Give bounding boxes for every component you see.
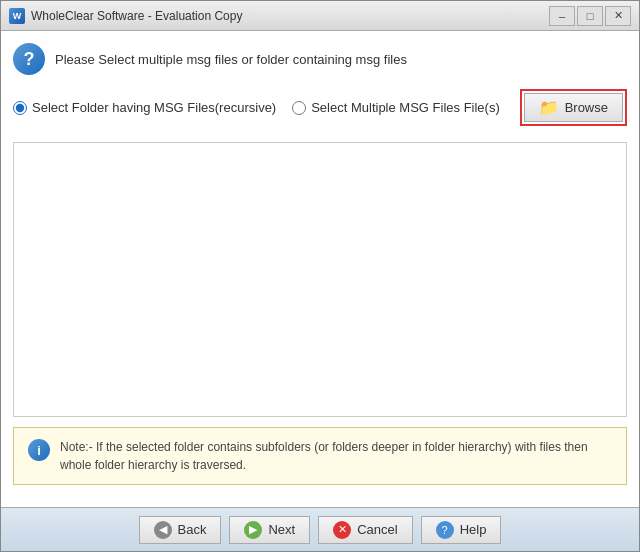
back-button[interactable]: ◀ Back bbox=[139, 516, 222, 544]
radio-files-option[interactable]: Select Multiple MSG Files File(s) bbox=[292, 100, 500, 115]
help-icon: ? bbox=[436, 521, 454, 539]
cancel-label: Cancel bbox=[357, 522, 397, 537]
help-button[interactable]: ? Help bbox=[421, 516, 502, 544]
title-bar-left: W WholeClear Software - Evaluation Copy bbox=[9, 8, 242, 24]
maximize-button[interactable]: □ bbox=[577, 6, 603, 26]
window-controls: – □ ✕ bbox=[549, 6, 631, 26]
header-section: ? Please Select multiple msg files or fo… bbox=[13, 43, 627, 75]
minimize-button[interactable]: – bbox=[549, 6, 575, 26]
radio-files-label: Select Multiple MSG Files File(s) bbox=[311, 100, 500, 115]
cancel-icon: ✕ bbox=[333, 521, 351, 539]
folder-icon: 📁 bbox=[539, 98, 559, 117]
close-button[interactable]: ✕ bbox=[605, 6, 631, 26]
browse-label: Browse bbox=[565, 100, 608, 115]
help-label: Help bbox=[460, 522, 487, 537]
main-window: W WholeClear Software - Evaluation Copy … bbox=[0, 0, 640, 552]
back-label: Back bbox=[178, 522, 207, 537]
cancel-button[interactable]: ✕ Cancel bbox=[318, 516, 412, 544]
app-icon: W bbox=[9, 8, 25, 24]
next-icon: ▶ bbox=[244, 521, 262, 539]
note-text: Note:- If the selected folder contains s… bbox=[60, 438, 612, 474]
title-bar: W WholeClear Software - Evaluation Copy … bbox=[1, 1, 639, 31]
options-bar: Select Folder having MSG Files(recursive… bbox=[13, 89, 627, 134]
note-icon: i bbox=[28, 439, 50, 461]
header-icon: ? bbox=[13, 43, 45, 75]
content-area: ? Please Select multiple msg files or fo… bbox=[1, 31, 639, 507]
back-icon: ◀ bbox=[154, 521, 172, 539]
next-button[interactable]: ▶ Next bbox=[229, 516, 310, 544]
note-section: i Note:- If the selected folder contains… bbox=[13, 427, 627, 485]
file-list-area bbox=[13, 142, 627, 417]
header-message: Please Select multiple msg files or fold… bbox=[55, 52, 407, 67]
browse-button[interactable]: 📁 Browse bbox=[524, 93, 623, 122]
browse-btn-wrapper: 📁 Browse bbox=[520, 89, 627, 126]
footer-bar: ◀ Back ▶ Next ✕ Cancel ? Help bbox=[1, 507, 639, 551]
window-title: WholeClear Software - Evaluation Copy bbox=[31, 9, 242, 23]
radio-files-input[interactable] bbox=[292, 101, 306, 115]
radio-folder-label: Select Folder having MSG Files(recursive… bbox=[32, 100, 276, 115]
radio-folder-option[interactable]: Select Folder having MSG Files(recursive… bbox=[13, 100, 276, 115]
next-label: Next bbox=[268, 522, 295, 537]
radio-folder-input[interactable] bbox=[13, 101, 27, 115]
